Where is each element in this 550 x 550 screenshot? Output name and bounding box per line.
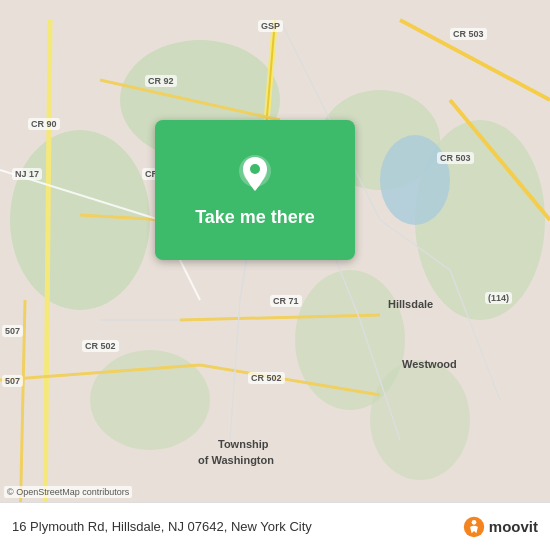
bottom-bar: 16 Plymouth Rd, Hillsdale, NJ 07642, New… [0,502,550,550]
map-svg [0,0,550,550]
road-label-cr90: CR 90 [28,118,60,130]
road-label-114: (114) [485,292,512,304]
moovit-icon [463,516,485,538]
city-label-of-washington: of Washington [198,454,274,466]
moovit-logo-text: moovit [489,518,538,535]
moovit-logo: moovit [463,516,538,538]
road-label-nj17: NJ 17 [12,168,42,180]
city-label-westwood: Westwood [402,358,457,370]
svg-point-7 [370,360,470,480]
road-label-cr502a: CR 502 [82,340,119,352]
take-me-there-button[interactable]: Take me there [195,207,315,228]
address-text: 16 Plymouth Rd, Hillsdale, NJ 07642, New… [12,519,312,534]
city-label-township: Township [218,438,269,450]
location-pin-icon [233,153,277,197]
svg-point-34 [471,519,476,524]
svg-point-32 [250,164,260,174]
svg-point-8 [380,135,450,225]
road-label-cr71: CR 71 [270,295,302,307]
road-label-507a: 507 [2,325,23,337]
location-card[interactable]: Take me there [155,120,355,260]
map-container: GSP CR 92 CR 90 NJ 17 CR 73 CR 71 CR 503… [0,0,550,550]
road-label-cr503b: CR 503 [437,152,474,164]
road-label-cr92: CR 92 [145,75,177,87]
city-label-hillsdale: Hillsdale [388,298,433,310]
osm-attribution: © OpenStreetMap contributors [4,486,132,498]
road-label-cr502b: CR 502 [248,372,285,384]
road-label-gsp: GSP [258,20,283,32]
svg-point-1 [10,130,150,310]
road-label-507b: 507 [2,375,23,387]
road-label-cr503a: CR 503 [450,28,487,40]
